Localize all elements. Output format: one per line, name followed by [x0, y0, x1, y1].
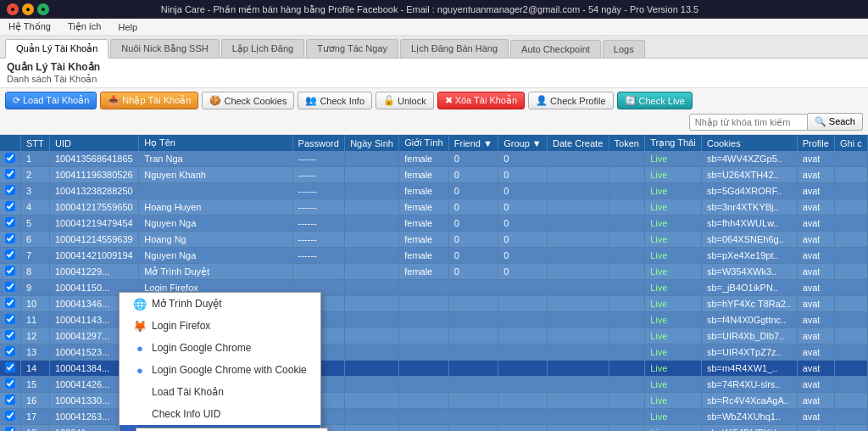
- context-menu-overlay[interactable]: 🌐 Mở Trình Duyệt 🦊 Login Firefox ● Login…: [0, 135, 868, 431]
- context-menu: 🌐 Mở Trình Duyệt 🦊 Login Firefox ● Login…: [119, 292, 321, 431]
- load-icon: ⟳: [13, 95, 20, 106]
- ctx-login-chrome[interactable]: ● Login Google Chrome: [120, 337, 320, 359]
- live-icon: 🔄: [625, 95, 637, 106]
- delete-icon: ✖: [445, 95, 453, 106]
- unlock-icon: 🔓: [383, 95, 395, 106]
- ctx-login-chrome-cookie[interactable]: ● Login Google Chrome with Cookie: [120, 359, 320, 381]
- maximize-button[interactable]: ●: [37, 3, 49, 15]
- search-icon: 🔍: [815, 116, 826, 126]
- menu-bar: Hệ Thống Tiện ích Help: [0, 19, 868, 36]
- search-input[interactable]: [689, 114, 808, 131]
- info-button[interactable]: 👥 Check Info: [298, 92, 372, 109]
- search-button[interactable]: 🔍 Seach: [808, 113, 863, 131]
- tab-tuong-tac[interactable]: Tương Tác Ngay: [306, 39, 398, 58]
- app-title: Ninja Care - Phần mềm bán hàng bằng Prof…: [49, 4, 810, 15]
- cookies-icon: 🍪: [209, 95, 221, 106]
- table-container: STT UID Họ Tên Password Ngày Sinh Giới T…: [0, 135, 868, 431]
- toolbar: ⟳ Load Tài Khoản 📥 Nhập Tài Khoản 🍪 Chec…: [0, 88, 868, 135]
- section-title: Danh sách Tài Khoản: [7, 74, 861, 85]
- close-button[interactable]: ●: [7, 3, 19, 15]
- tab-quan-ly-tai-khoan[interactable]: Quản Lý Tài Khoản: [5, 39, 108, 59]
- minimize-button[interactable]: ●: [22, 3, 34, 15]
- page-title: Quản Lý Tài Khoản: [7, 61, 861, 73]
- firefox-icon: 🦊: [133, 319, 147, 333]
- menu-tien-ich[interactable]: Tiện ích: [64, 20, 105, 34]
- menu-he-thong[interactable]: Hệ Thống: [5, 20, 54, 34]
- tab-lap-lich-dang[interactable]: Lập Lịch Đăng: [221, 39, 304, 58]
- browser-icon: 🌐: [133, 297, 147, 311]
- load-button[interactable]: ⟳ Load Tài Khoản: [5, 92, 97, 109]
- window-controls[interactable]: ● ● ●: [7, 3, 49, 15]
- copy-submenu: Copy Token Copy UID Copy Email Copy Pass…: [136, 428, 328, 431]
- search-box: 🔍 Seach: [689, 113, 863, 131]
- tab-lich-dang[interactable]: Lịch Đăng Bán Hàng: [400, 39, 509, 58]
- ctx-check-info-uid[interactable]: Check Info UID: [120, 403, 320, 425]
- ctx-mo-trinh-duyet[interactable]: 🌐 Mở Trình Duyệt: [120, 293, 320, 315]
- import-icon: 📥: [108, 95, 120, 106]
- chrome-icon: ●: [133, 341, 147, 355]
- load-tk-icon: [133, 385, 147, 399]
- tab-auto-checkpoint[interactable]: Auto Checkpoint: [510, 40, 601, 58]
- cookies-button[interactable]: 🍪 Check Cookies: [202, 92, 294, 109]
- delete-button[interactable]: ✖ Xóa Tài Khoản: [437, 92, 525, 109]
- tab-bar: Quản Lý Tài Khoản Nuôi Nick Bằng SSH Lập…: [0, 36, 868, 59]
- title-bar: ● ● ● Ninja Care - Phần mềm bán hàng bằn…: [0, 0, 868, 19]
- tab-logs[interactable]: Logs: [603, 40, 645, 58]
- ctx-login-firefox[interactable]: 🦊 Login Firefox: [120, 315, 320, 337]
- profile-icon: 👤: [536, 95, 548, 106]
- page-header: Quản Lý Tài Khoản Danh sách Tài Khoản: [0, 59, 868, 88]
- check-info-icon: [133, 407, 147, 421]
- chrome-cookie-icon: ●: [133, 363, 147, 377]
- check-live-button[interactable]: 🔄 Check Live: [617, 92, 693, 109]
- info-icon: 👥: [305, 95, 317, 106]
- ctx-load-tk[interactable]: Load Tài Khoản: [120, 381, 320, 403]
- menu-help[interactable]: Help: [114, 20, 141, 34]
- import-button[interactable]: 📥 Nhập Tài Khoản: [100, 92, 198, 109]
- profile-button[interactable]: 👤 Check Profile: [528, 92, 613, 109]
- tab-nuoi-nick[interactable]: Nuôi Nick Bằng SSH: [110, 39, 219, 58]
- unlock-button[interactable]: 🔓 Unlock: [376, 92, 434, 109]
